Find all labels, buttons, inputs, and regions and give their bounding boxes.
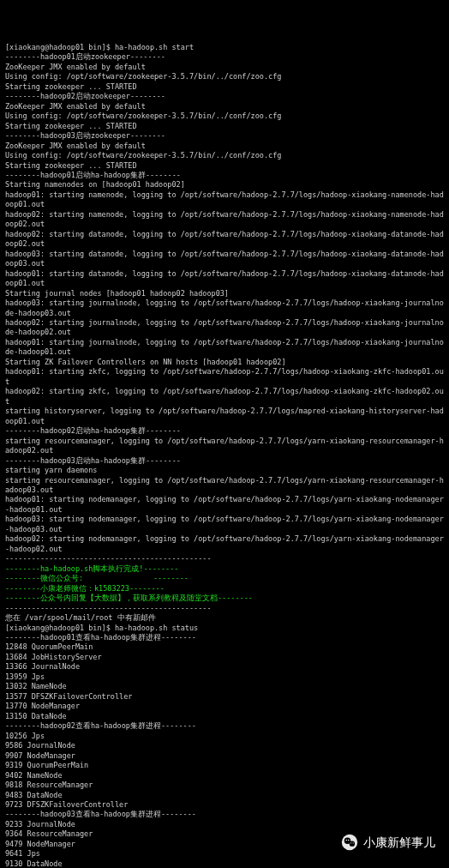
terminal-line: ZooKeeper JMX enabled by default [5, 102, 444, 112]
terminal-line: hadoop01: starting zkfc, logging to /opt… [5, 367, 444, 387]
terminal-line: --------hadoop03查看ha-hadoop集群进程-------- [5, 810, 444, 819]
terminal-line: [xiaokang@hadoop01 bin]$ ha-hadoop.sh st… [5, 624, 444, 633]
terminal-line: 13684 JobHistoryServer [5, 653, 444, 662]
terminal-line: --------hadoop02查看ha-hadoop集群进程-------- [5, 721, 444, 731]
terminal-line: hadoop01: starting namenode, logging to … [5, 190, 444, 210]
terminal-line: hadoop02: starting journalnode, logging … [5, 318, 444, 338]
terminal-line: 9818 ResourceManager [5, 781, 444, 790]
wechat-icon [341, 834, 358, 851]
terminal-line: --------hadoop02启动ha-hadoop集群-------- [5, 426, 444, 436]
terminal-line: 13770 NodeManager [5, 702, 444, 711]
terminal-line: --------hadoop03启动ha-hadoop集群-------- [5, 456, 444, 466]
terminal-line: 13959 Jps [5, 672, 444, 682]
terminal-line: --------hadoop03启动zookeeper-------- [5, 131, 444, 141]
terminal-line: Starting zookeeper ... STARTED [5, 161, 444, 171]
terminal-line: starting resourcemanager, logging to /op… [5, 437, 444, 456]
terminal-line: --------hadoop02启动zookeeper-------- [5, 92, 444, 101]
terminal-line: starting yarn daemons [5, 466, 444, 475]
terminal-line: --------公众号内回复【大数据】，获取系列教程及随堂文档-------- [5, 594, 444, 603]
terminal-line: 9907 NodeManager [5, 751, 444, 761]
terminal-line: 13150 DataNode [5, 712, 444, 721]
terminal-line: hadoop02: starting nodemanager, logging … [5, 534, 444, 554]
terminal-line: --------hadoop01查看ha-hadoop集群进程-------- [5, 633, 444, 642]
terminal-line: Using config: /opt/software/zookeeper-3.… [5, 112, 444, 121]
terminal-line: 13366 JournalNode [5, 662, 444, 672]
svg-point-6 [353, 842, 354, 843]
terminal-line: --------微信公众号: -------- [5, 574, 444, 583]
terminal-line: ZooKeeper JMX enabled by default [5, 63, 444, 72]
terminal-line: --------hadoop01启动ha-hadoop集群-------- [5, 171, 444, 180]
wechat-watermark: 小康新鲜事儿 [336, 832, 440, 853]
terminal-line: --------ha-hadoop.sh脚本执行完成!-------- [5, 564, 444, 574]
terminal-line: --------小康老师微信：k1583223-------- [5, 584, 444, 594]
terminal-line: starting resourcemanager, logging to /op… [5, 476, 444, 496]
terminal-line: 13032 NameNode [5, 682, 444, 691]
terminal-line: 9402 NameNode [5, 771, 444, 781]
terminal-line: --------hadoop01启动zookeeper-------- [5, 52, 444, 62]
terminal-line: 9319 QuorumPeerMain [5, 761, 444, 770]
terminal-line: Starting zookeeper ... STARTED [5, 82, 444, 92]
terminal-output[interactable]: [xiaokang@hadoop01 bin]$ ha-hadoop.sh st… [5, 43, 444, 868]
terminal-line: 12848 QuorumPeerMain [5, 642, 444, 652]
terminal-line: Using config: /opt/software/zookeeper-3.… [5, 151, 444, 160]
terminal-line: ----------------------------------------… [5, 554, 444, 564]
terminal-line: hadoop01: starting datanode, logging to … [5, 269, 444, 289]
terminal-line: 9233 JournalNode [5, 820, 444, 829]
terminal-line: 10256 Jps [5, 732, 444, 741]
svg-point-5 [350, 842, 351, 843]
terminal-line: 9723 DFSZKFailoverController [5, 800, 444, 810]
svg-point-2 [350, 841, 355, 847]
terminal-line: ZooKeeper JMX enabled by default [5, 142, 444, 151]
terminal-line: Starting ZK Failover Controllers on NN h… [5, 358, 444, 367]
terminal-line: hadoop03: starting datanode, logging to … [5, 250, 444, 269]
terminal-line: Using config: /opt/software/zookeeper-3.… [5, 72, 444, 81]
terminal-line: 13577 DFSZKFailoverController [5, 692, 444, 702]
terminal-line: 9130 DataNode [5, 859, 444, 868]
terminal-line: starting historyserver, logging to /opt/… [5, 407, 444, 426]
terminal-line: 您在 /var/spool/mail/root 中有新邮件 [5, 613, 444, 623]
terminal-line: hadoop03: starting journalnode, logging … [5, 298, 444, 318]
svg-point-4 [348, 840, 350, 841]
watermark-text: 小康新鲜事儿 [363, 835, 435, 851]
terminal-line: hadoop02: starting zkfc, logging to /opt… [5, 387, 444, 407]
terminal-line: Starting journal nodes [hadoop01 hadoop0… [5, 289, 444, 298]
terminal-line: 9483 DataNode [5, 791, 444, 800]
terminal-line: Starting zookeeper ... STARTED [5, 122, 444, 131]
terminal-line: hadoop01: starting journalnode, logging … [5, 338, 444, 358]
terminal-line: hadoop02: starting namenode, logging to … [5, 210, 444, 230]
terminal-line: hadoop01: starting nodemanager, logging … [5, 495, 444, 515]
terminal-line: ----------------------------------------… [5, 604, 444, 613]
terminal-line: [xiaokang@hadoop01 bin]$ ha-hadoop.sh st… [5, 43, 444, 52]
terminal-line: hadoop03: starting nodemanager, logging … [5, 515, 444, 534]
terminal-line: hadoop02: starting datanode, logging to … [5, 230, 444, 250]
terminal-line: Starting namenodes on [hadoop01 hadoop02… [5, 180, 444, 190]
svg-point-3 [346, 840, 348, 841]
terminal-line: 9586 JournalNode [5, 741, 444, 750]
